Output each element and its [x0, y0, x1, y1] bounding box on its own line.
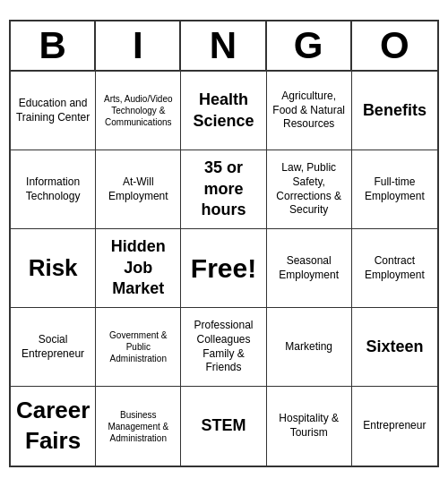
bingo-cell-19: Sixteen: [352, 308, 437, 387]
bingo-header: BINGO: [11, 21, 437, 72]
bingo-grid: Education and Training CenterArts, Audio…: [11, 72, 437, 466]
bingo-cell-17: Professional Colleagues Family & Friends: [181, 308, 266, 387]
bingo-cell-12: Free!: [181, 229, 266, 308]
bingo-cell-13: Seasonal Employment: [267, 229, 352, 308]
bingo-cell-11: Hidden Job Market: [96, 229, 181, 308]
header-letter-o: O: [352, 21, 437, 70]
bingo-cell-23: Hospitality & Tourism: [267, 387, 352, 466]
bingo-cell-24: Entrepreneur: [352, 387, 437, 466]
bingo-cell-15: Social Entrepreneur: [11, 308, 96, 387]
bingo-cell-21: Business Management & Administration: [96, 387, 181, 466]
bingo-cell-6: At-Will Employment: [96, 150, 181, 229]
bingo-cell-8: Law, Public Safety, Corrections & Securi…: [267, 150, 352, 229]
bingo-cell-14: Contract Employment: [352, 229, 437, 308]
bingo-cell-2: Health Science: [181, 72, 266, 150]
header-letter-g: G: [267, 21, 352, 70]
bingo-card: BINGO Education and Training CenterArts,…: [9, 20, 439, 467]
bingo-cell-10: Risk: [11, 229, 96, 308]
header-letter-b: B: [11, 21, 96, 70]
bingo-cell-4: Benefits: [352, 72, 437, 150]
header-letter-i: I: [96, 21, 181, 70]
bingo-cell-22: STEM: [181, 387, 266, 466]
bingo-cell-7: 35 or more hours: [181, 150, 266, 229]
bingo-cell-5: Information Technology: [11, 150, 96, 229]
bingo-cell-20: Career Fairs: [11, 387, 96, 466]
bingo-cell-9: Full-time Employment: [352, 150, 437, 229]
bingo-cell-0: Education and Training Center: [11, 72, 96, 150]
bingo-cell-3: Agriculture, Food & Natural Resources: [267, 72, 352, 150]
header-letter-n: N: [181, 21, 266, 70]
bingo-cell-16: Government & Public Administration: [96, 308, 181, 387]
bingo-cell-1: Arts, Audio/Video Technology & Communica…: [96, 72, 181, 150]
bingo-cell-18: Marketing: [267, 308, 352, 387]
